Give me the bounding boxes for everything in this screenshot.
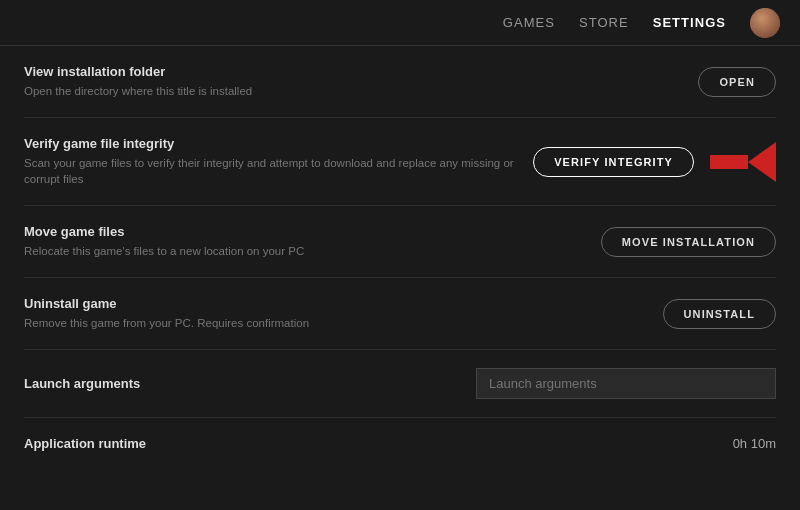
row-title-view-installation: View installation folder: [24, 64, 574, 79]
nav-games[interactable]: GAMES: [503, 15, 555, 30]
top-nav: GAMES STORE SETTINGS: [0, 0, 800, 46]
arrow-body: [710, 155, 748, 169]
row-left-view-installation: View installation folder Open the direct…: [24, 64, 574, 99]
verify-integrity-button[interactable]: VERIFY INTEGRITY: [533, 147, 694, 177]
row-left-uninstall: Uninstall game Remove this game from you…: [24, 296, 574, 331]
red-arrow: [710, 142, 776, 182]
row-verify-integrity: Verify game file integrity Scan your gam…: [24, 118, 776, 206]
launch-arguments-input[interactable]: [476, 368, 776, 399]
row-move-game-files: Move game files Relocate this game's fil…: [24, 206, 776, 278]
row-right-verify: VERIFY INTEGRITY: [533, 142, 776, 182]
uninstall-button[interactable]: UNINSTALL: [663, 299, 776, 329]
avatar[interactable]: [750, 8, 780, 38]
row-title-move: Move game files: [24, 224, 574, 239]
nav-settings[interactable]: SETTINGS: [653, 15, 726, 30]
settings-content: View installation folder Open the direct…: [0, 46, 800, 469]
nav-store[interactable]: STORE: [579, 15, 629, 30]
row-title-uninstall: Uninstall game: [24, 296, 574, 311]
runtime-label: Application runtime: [24, 436, 146, 451]
row-title-verify: Verify game file integrity: [24, 136, 533, 151]
open-button[interactable]: OPEN: [698, 67, 776, 97]
row-left-verify: Verify game file integrity Scan your gam…: [24, 136, 533, 187]
row-right-view-installation: OPEN: [698, 67, 776, 97]
row-launch-arguments: Launch arguments: [24, 350, 776, 418]
row-desc-verify: Scan your game files to verify their int…: [24, 155, 533, 187]
row-left-move: Move game files Relocate this game's fil…: [24, 224, 574, 259]
row-uninstall-game: Uninstall game Remove this game from you…: [24, 278, 776, 350]
arrow-head: [748, 142, 776, 182]
runtime-value: 0h 10m: [733, 436, 776, 451]
row-desc-move: Relocate this game's files to a new loca…: [24, 243, 574, 259]
row-view-installation: View installation folder Open the direct…: [24, 46, 776, 118]
app-container: GAMES STORE SETTINGS View installation f…: [0, 0, 800, 469]
row-desc-uninstall: Remove this game from your PC. Requires …: [24, 315, 574, 331]
row-right-uninstall: UNINSTALL: [663, 299, 776, 329]
row-right-move: MOVE INSTALLATION: [601, 227, 776, 257]
launch-label: Launch arguments: [24, 376, 140, 391]
row-desc-view-installation: Open the directory where this title is i…: [24, 83, 574, 99]
avatar-image: [750, 8, 780, 38]
move-installation-button[interactable]: MOVE INSTALLATION: [601, 227, 776, 257]
row-application-runtime: Application runtime 0h 10m: [24, 418, 776, 469]
